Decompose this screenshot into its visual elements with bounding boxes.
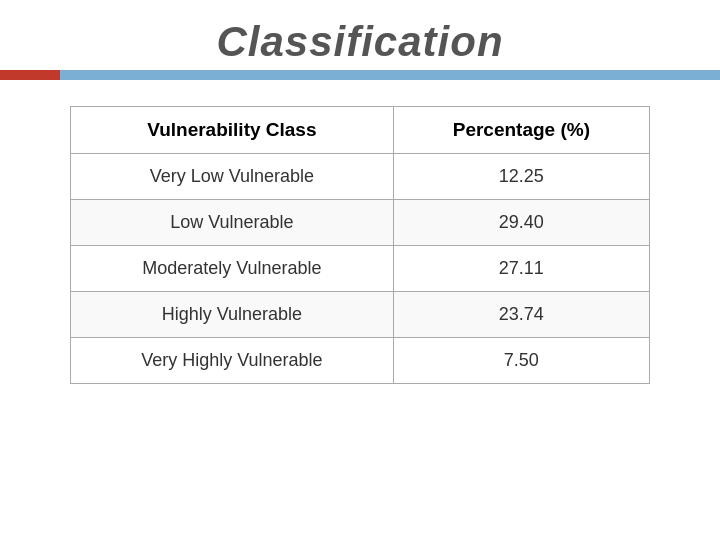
table-header-row: Vulnerability Class Percentage (%) — [71, 107, 650, 154]
vulnerability-table-container: Vulnerability Class Percentage (%) Very … — [70, 106, 650, 384]
cell-class: Very Low Vulnerable — [71, 154, 394, 200]
cell-class: Very Highly Vulnerable — [71, 338, 394, 384]
cell-percentage: 27.11 — [393, 246, 649, 292]
table-row: Low Vulnerable29.40 — [71, 200, 650, 246]
cell-class: Highly Vulnerable — [71, 292, 394, 338]
cell-percentage: 12.25 — [393, 154, 649, 200]
vulnerability-table: Vulnerability Class Percentage (%) Very … — [70, 106, 650, 384]
cell-percentage: 29.40 — [393, 200, 649, 246]
page: Classification Vulnerability Class Perce… — [0, 0, 720, 540]
table-row: Very Low Vulnerable12.25 — [71, 154, 650, 200]
cell-percentage: 23.74 — [393, 292, 649, 338]
col-header-class: Vulnerability Class — [71, 107, 394, 154]
cell-class: Moderately Vulnerable — [71, 246, 394, 292]
accent-bar-red — [0, 70, 60, 80]
accent-bar-blue — [60, 70, 720, 80]
table-row: Very Highly Vulnerable7.50 — [71, 338, 650, 384]
cell-class: Low Vulnerable — [71, 200, 394, 246]
page-title: Classification — [216, 18, 503, 66]
table-row: Moderately Vulnerable27.11 — [71, 246, 650, 292]
col-header-percentage: Percentage (%) — [393, 107, 649, 154]
table-row: Highly Vulnerable23.74 — [71, 292, 650, 338]
cell-percentage: 7.50 — [393, 338, 649, 384]
